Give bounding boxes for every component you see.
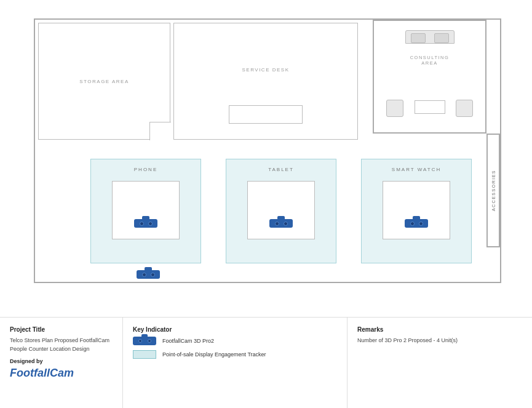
sofa (405, 30, 455, 44)
watch-display-table (383, 181, 450, 239)
phone-display-table (112, 181, 180, 239)
storage-area: STORAGE AREA (38, 23, 170, 140)
remarks-section: Remarks Number of 3D Pro 2 Proposed - 4 … (347, 318, 532, 408)
key-zone-label: Point-of-sale Display Engagement Tracker (162, 351, 266, 358)
watch-zone-label: SMART WATCH (392, 167, 441, 172)
page: STORAGE AREA SERVICE DESK CONSULTINGAREA… (0, 0, 532, 408)
tablet-zone-label: TABLET (268, 167, 294, 172)
cam-body-standalone (137, 270, 160, 279)
consulting-room: CONSULTINGAREA (373, 20, 486, 134)
key-cam-lens-2 (148, 339, 151, 343)
storage-notch (149, 122, 171, 140)
consulting-area-label: CONSULTINGAREA (410, 55, 450, 66)
info-bar: Project Title Telco Stores Plan Proposed… (0, 317, 532, 408)
designed-by-label: Designed by (10, 358, 113, 364)
tablet-zone: TABLET (226, 159, 336, 263)
tablet-display-table (247, 181, 315, 239)
remarks-text: Number of 3D Pro 2 Proposed - 4 Unit(s) (357, 337, 522, 345)
cam-body-tablet (269, 219, 293, 228)
cam-lens-tablet-1 (275, 222, 279, 226)
brand-logo: FootfallCam (10, 367, 113, 380)
cam-lens-watch-1 (410, 222, 415, 226)
accessories-label: ACCESSORIES (491, 170, 496, 211)
standalone-cam (137, 270, 160, 279)
service-desk-area: SERVICE DESK (173, 23, 358, 140)
store-boundary: STORAGE AREA SERVICE DESK CONSULTINGAREA… (34, 18, 501, 283)
cam-lens-standalone-2 (151, 273, 155, 277)
service-desk-label: SERVICE DESK (242, 67, 290, 73)
chair-left (386, 100, 403, 117)
phone-cam-device (134, 219, 157, 228)
key-zone-item: Point-of-sale Display Engagement Tracker (133, 350, 337, 359)
project-title-label: Project Title (10, 326, 113, 333)
phone-zone-label: PHONE (134, 167, 157, 172)
chair-right (456, 100, 473, 117)
phone-zone: PHONE (90, 159, 201, 263)
project-section: Project Title Telco Stores Plan Proposed… (0, 318, 123, 408)
floorplan-area: STORAGE AREA SERVICE DESK CONSULTINGAREA… (0, 0, 532, 317)
cam-lens-phone-1 (140, 222, 144, 226)
tablet-cam-device (269, 219, 293, 228)
cam-lens-standalone-1 (142, 273, 146, 277)
accessories-strip: ACCESSORIES (486, 134, 500, 247)
key-zone-icon (133, 350, 156, 359)
key-cam-item: FootfallCam 3D Pro2 (133, 337, 337, 345)
cam-lens-watch-2 (419, 222, 423, 226)
cam-lens-tablet-2 (284, 222, 288, 226)
key-cam-lens-1 (138, 339, 142, 343)
key-cam-label: FootfallCam 3D Pro2 (162, 338, 214, 344)
service-desk-counter (229, 105, 303, 124)
remarks-label: Remarks (357, 326, 522, 333)
key-cam-icon (133, 337, 156, 345)
cam-body-phone (134, 219, 157, 228)
watch-zone: SMART WATCH (361, 159, 472, 263)
key-section: Key Indicator FootfallCam 3D Pro2 Point-… (123, 318, 347, 408)
cam-lens-phone-2 (148, 222, 153, 226)
consulting-table (415, 100, 445, 114)
storage-area-label: STORAGE AREA (79, 79, 129, 84)
key-indicator-label: Key Indicator (133, 326, 337, 333)
watch-cam-device (405, 219, 428, 228)
project-title-text: Telco Stores Plan Proposed FootfallCam P… (10, 337, 113, 353)
cam-body-watch (405, 219, 428, 228)
